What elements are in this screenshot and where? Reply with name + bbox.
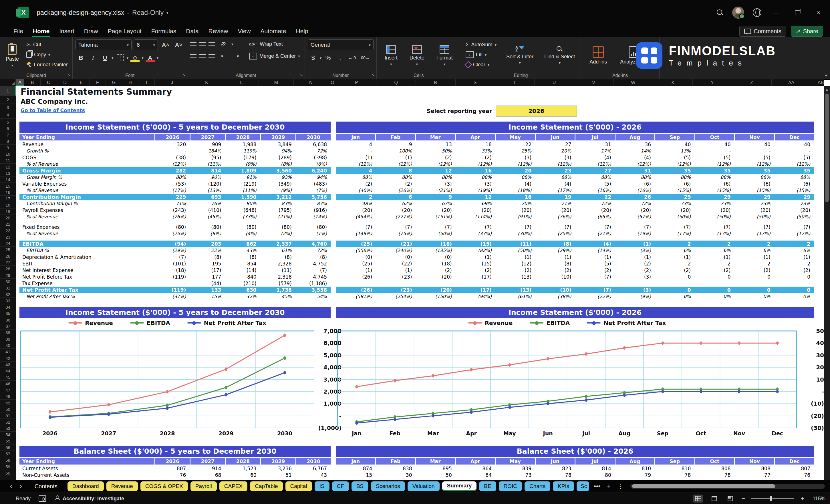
column-header-J[interactable]: J	[155, 79, 189, 86]
cell[interactable]: (7)	[575, 274, 615, 280]
row-header-11[interactable]: 11	[0, 157, 16, 164]
cell[interactable]: (2)	[336, 181, 376, 187]
column-header-D[interactable]: D	[57, 79, 73, 86]
cell[interactable]: 2	[336, 194, 376, 200]
row-header-25[interactable]: 25	[0, 247, 16, 253]
row-header-39[interactable]: 39	[0, 336, 16, 342]
cell[interactable]: 23	[535, 168, 575, 174]
cell[interactable]: 61%	[260, 248, 295, 253]
row-header-56[interactable]: 56	[0, 444, 16, 451]
cell[interactable]: (210)	[225, 281, 260, 286]
column-header-N[interactable]: N	[294, 79, 328, 86]
cell[interactable]: (12%)	[615, 161, 655, 167]
cell[interactable]: 88%	[615, 175, 655, 180]
cell[interactable]: 814	[575, 466, 615, 471]
sheet-tab-kpis[interactable]: KPIs	[553, 481, 574, 491]
cell[interactable]: (7)	[456, 224, 496, 230]
cell[interactable]: (12%)	[655, 161, 695, 167]
zoom-out-button[interactable]: −	[741, 495, 745, 502]
cell[interactable]: (7%)	[295, 188, 331, 193]
cell[interactable]: 43%	[225, 248, 260, 253]
cell[interactable]: (82%)	[456, 248, 496, 253]
row-header-36[interactable]: 36	[0, 317, 16, 323]
column-header-L[interactable]: L	[224, 79, 259, 86]
row-label[interactable]: Net Profit After Tax %	[20, 294, 154, 299]
header-cell[interactable]: Nov	[735, 134, 774, 140]
row-header-2[interactable]: 2	[0, 96, 16, 104]
row-label[interactable]: Growth %	[20, 148, 154, 154]
cell[interactable]: -	[734, 281, 774, 286]
accessibility-status[interactable]: Accessibility: Investigate	[63, 496, 124, 502]
column-header-G[interactable]: G	[106, 79, 122, 86]
cell[interactable]: 88%	[456, 175, 496, 180]
cell[interactable]: (12%)	[154, 161, 190, 167]
sheet-tab-is[interactable]: IS	[315, 481, 329, 491]
row-header-15[interactable]: 15	[0, 183, 16, 189]
cell[interactable]: (2)	[376, 181, 416, 187]
column-header-A[interactable]: A	[16, 79, 24, 86]
cell[interactable]: (80)	[154, 224, 190, 230]
share-button[interactable]: ↗ Share	[791, 26, 823, 37]
cell[interactable]: (17)	[456, 274, 496, 280]
column-header-W[interactable]: W	[613, 79, 653, 86]
cell[interactable]: (349)	[260, 181, 295, 187]
cell[interactable]: (20)	[575, 208, 615, 213]
cell[interactable]: (483)	[295, 181, 331, 187]
cell[interactable]: (2)	[615, 267, 655, 273]
cell[interactable]: -	[575, 281, 615, 286]
row-header-27[interactable]: 27	[0, 259, 16, 266]
table-of-contents-link[interactable]: Go to Table of Contents	[21, 107, 85, 113]
row-header-57[interactable]: 57	[0, 451, 16, 457]
row-header-50[interactable]: 50	[0, 406, 16, 412]
cell[interactable]: (5)	[575, 261, 615, 266]
row-label[interactable]: EBITDA %	[20, 248, 154, 253]
header-cell[interactable]: Jun	[536, 458, 575, 465]
column-header-Z[interactable]: Z	[732, 79, 772, 86]
row-label[interactable]: Non-Current Assets	[20, 472, 154, 478]
cell[interactable]: -	[154, 281, 190, 286]
cell[interactable]: (18)	[154, 267, 190, 273]
cell[interactable]: 29	[734, 194, 774, 200]
column-header-K[interactable]: K	[189, 79, 224, 86]
cell[interactable]: (21%)	[575, 231, 615, 236]
sheet-tab-scenarios[interactable]: Scenarios	[371, 481, 405, 491]
row-header-55[interactable]: 55	[0, 438, 16, 444]
menu-tab-formulas[interactable]: Formulas	[147, 25, 181, 37]
cell[interactable]: 88%	[655, 175, 695, 180]
orientation-button[interactable]: ab	[216, 37, 230, 51]
cell[interactable]: 73%	[695, 201, 734, 206]
cell[interactable]: (2)	[456, 267, 496, 273]
cell[interactable]: (17%)	[655, 231, 695, 236]
column-header-C[interactable]: C	[41, 79, 57, 86]
row-label[interactable]: Gross Margin	[20, 168, 154, 174]
readonly-badge[interactable]: Read-Only	[132, 9, 164, 17]
cell[interactable]: (12%)	[575, 161, 615, 167]
cell[interactable]: 77	[734, 472, 774, 478]
cell[interactable]: (5)	[655, 155, 695, 160]
cell[interactable]: (12%)	[695, 161, 734, 167]
menu-tab-draw[interactable]: Draw	[79, 25, 103, 37]
cell[interactable]: (29%)	[535, 248, 575, 253]
cell[interactable]: 91%	[225, 175, 260, 180]
page-break-view-button[interactable]	[725, 495, 735, 503]
menu-tab-data[interactable]: Data	[181, 25, 203, 37]
cell[interactable]: (17)	[190, 267, 225, 273]
cell[interactable]: 31	[615, 168, 655, 174]
cell[interactable]: -	[535, 281, 575, 286]
number-format-select[interactable]: General▾	[308, 39, 374, 50]
row-header-47[interactable]: 47	[0, 387, 16, 393]
cell[interactable]: 808	[695, 466, 734, 471]
cell[interactable]: 6	[376, 194, 416, 200]
cell[interactable]: (75%)	[376, 231, 416, 236]
cell[interactable]: (20)	[416, 208, 456, 213]
cell[interactable]: (17%)	[734, 231, 774, 236]
cell[interactable]: (7)	[535, 224, 575, 230]
column-header-F[interactable]: F	[90, 79, 106, 86]
cell[interactable]: 68	[190, 472, 225, 478]
column-header-V[interactable]: V	[574, 79, 613, 86]
cell[interactable]: 119%	[225, 148, 260, 154]
paste-button[interactable]: Paste▾	[3, 39, 22, 72]
header-cell[interactable]: 2028	[226, 134, 260, 140]
cell[interactable]: (2)	[535, 267, 575, 273]
cell[interactable]: (0)	[376, 254, 416, 260]
